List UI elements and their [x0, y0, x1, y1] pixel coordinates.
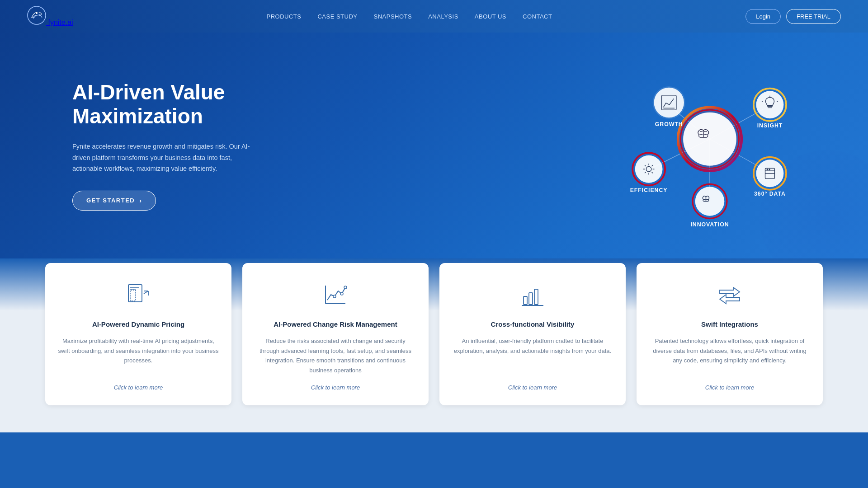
logo[interactable]: fynite.ai — [27, 6, 73, 27]
hero-text: AI-Driven Value Maximization Fynite acce… — [72, 80, 289, 211]
svg-point-14 — [654, 88, 684, 118]
card-3-desc: An influential, user-friendly platform c… — [452, 336, 613, 375]
login-button[interactable]: Login — [745, 9, 781, 24]
card-1-title: AI-Powered Dynamic Pricing — [92, 320, 184, 329]
card-1-link[interactable]: Click to learn more — [114, 384, 163, 391]
svg-point-35 — [695, 187, 725, 216]
logo-text: fynite.ai — [48, 19, 73, 26]
nav-item-case-study[interactable]: CASE STUDY — [317, 13, 357, 20]
hero-diagram: GROWTH INSIGHT EFFICIENCY — [597, 60, 823, 231]
innovation-label: INNOVATION — [690, 221, 729, 228]
arrow-icon: › — [139, 197, 142, 204]
nav-links: PRODUCTS CASE STUDY SNAPSHOTS ANALYSIS A… — [266, 13, 552, 20]
svg-point-1 — [36, 12, 38, 14]
svg-point-42 — [340, 292, 343, 295]
svg-point-33 — [769, 169, 770, 170]
nav-item-analysis[interactable]: ANALYSIS — [428, 13, 458, 20]
hero-description: Fynite accelerates revenue growth and mi… — [72, 141, 262, 174]
svg-point-3 — [33, 17, 35, 18]
card-cross-visibility: Cross-functional Visibility An influenti… — [439, 263, 626, 405]
card-2-title: AI-Powered Change Risk Management — [274, 320, 397, 329]
nav-item-snapshots[interactable]: SNAPSHOTS — [374, 13, 412, 20]
nav-item-contact[interactable]: CONTACT — [523, 13, 552, 20]
growth-label: GROWTH — [655, 121, 683, 127]
navbar: fynite.ai PRODUCTS CASE STUDY SNAPSHOTS … — [0, 0, 868, 33]
svg-point-2 — [39, 14, 41, 16]
card-2-link[interactable]: Click to learn more — [311, 384, 360, 391]
diagram-svg: GROWTH INSIGHT EFFICIENCY — [597, 60, 823, 231]
nav-item-products[interactable]: PRODUCTS — [266, 13, 301, 20]
svg-point-43 — [333, 295, 336, 298]
nav-actions: Login FREE TRIAL — [745, 9, 841, 24]
efficiency-label: EFFICIENCY — [630, 187, 668, 193]
card-3-link[interactable]: Click to learn more — [508, 384, 557, 391]
dynamic-pricing-icon — [124, 281, 153, 310]
svg-point-25 — [635, 155, 663, 183]
hero-title: AI-Driven Value Maximization — [72, 80, 289, 128]
svg-rect-45 — [524, 296, 527, 305]
cards-grid: AI-Powered Dynamic Pricing Maximize prof… — [45, 258, 823, 405]
logo-icon — [27, 6, 46, 25]
get-started-button[interactable]: GET STARTED › — [72, 191, 156, 211]
card-1-desc: Maximize profitability with real-time AI… — [58, 336, 219, 375]
card-change-risk: AI-Powered Change Risk Management Reduce… — [242, 263, 429, 405]
free-trial-button[interactable]: FREE TRIAL — [786, 9, 841, 24]
nav-item-about-us[interactable]: ABOUT US — [475, 13, 506, 20]
card-swift-integrations: Swift Integrations Patented technology a… — [637, 263, 823, 405]
card-4-link[interactable]: Click to learn more — [705, 384, 754, 391]
card-4-desc: Patented technology allows effortless, q… — [649, 336, 810, 375]
card-2-desc: Reduce the risks associated with change … — [255, 336, 416, 375]
change-risk-icon — [321, 281, 350, 310]
hero-section: AI-Driven Value Maximization Fynite acce… — [0, 33, 868, 258]
cards-section: AI-Powered Dynamic Pricing Maximize prof… — [0, 258, 868, 432]
svg-point-44 — [344, 286, 347, 289]
svg-point-11 — [683, 113, 736, 166]
svg-rect-47 — [534, 289, 538, 305]
svg-rect-46 — [529, 293, 533, 305]
swift-integrations-icon — [715, 281, 744, 310]
svg-point-18 — [756, 91, 784, 118]
svg-rect-37 — [130, 290, 136, 301]
insight-label: INSIGHT — [757, 122, 783, 129]
card-dynamic-pricing: AI-Powered Dynamic Pricing Maximize prof… — [45, 263, 231, 405]
svg-point-32 — [767, 169, 768, 170]
data360-label: 360° DATA — [754, 191, 786, 197]
cross-visibility-icon — [518, 281, 547, 310]
card-3-title: Cross-functional Visibility — [491, 320, 575, 329]
card-4-title: Swift Integrations — [701, 320, 758, 329]
